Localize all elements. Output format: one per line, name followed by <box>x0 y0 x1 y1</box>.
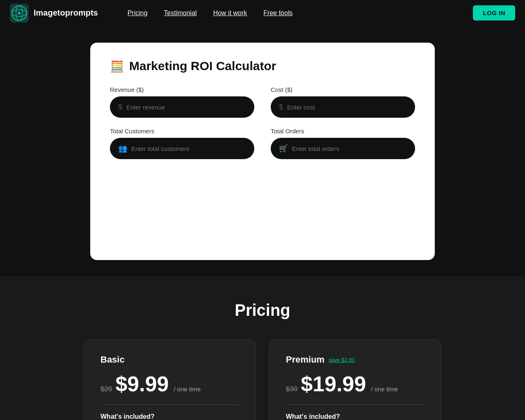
calculator-title: 🧮 Marketing ROI Calculator <box>110 59 415 73</box>
premium-current-price: $19.99 <box>301 372 366 396</box>
premium-whats-included: What's included? <box>286 413 340 420</box>
orders-input[interactable] <box>292 145 407 152</box>
logo-icon <box>10 4 29 23</box>
basic-price-row: $20 $9.99 / one time <box>100 372 239 396</box>
premium-plan-label: Premium <box>286 354 324 365</box>
customers-input[interactable] <box>131 145 246 152</box>
calculator-title-text: Marketing ROI Calculator <box>129 59 276 73</box>
basic-divider <box>100 404 239 405</box>
cost-input[interactable] <box>287 104 407 111</box>
pricing-cards: Basic $20 $9.99 / one time What's includ… <box>8 339 517 420</box>
premium-original-price: $30 <box>286 385 297 393</box>
pricing-title: Pricing <box>8 301 517 320</box>
cost-label: Cost ($) <box>271 86 415 93</box>
pricing-section: Pricing Basic $20 $9.99 / one time What'… <box>0 276 525 420</box>
pricing-card-basic: Basic $20 $9.99 / one time What's includ… <box>84 339 256 420</box>
nav-link-testimonial[interactable]: Testimonial <box>164 9 197 17</box>
dollar-icon-cost: $ <box>279 103 283 112</box>
basic-original-price: $20 <box>100 385 112 393</box>
premium-divider <box>286 404 425 405</box>
cost-input-wrapper: $ <box>271 96 415 118</box>
cost-field: Cost ($) $ <box>271 86 415 118</box>
premium-save-badge: save $2.00 <box>329 357 355 363</box>
customers-input-wrapper: 👥 <box>110 138 254 159</box>
basic-plan-label: Basic <box>100 354 125 365</box>
basic-price-period: / one time <box>174 386 201 393</box>
login-button[interactable]: LOG IN <box>473 5 515 21</box>
premium-price-row: $30 $19.99 / one time <box>286 372 425 396</box>
revenue-input-wrapper: $ <box>110 96 254 118</box>
nav-link-how-it-work[interactable]: How it work <box>213 9 247 17</box>
premium-price-period: / one time <box>371 386 398 393</box>
cart-icon: 🛒 <box>279 144 288 153</box>
calculator-grid: Revenue ($) $ Cost ($) $ Total Customers… <box>110 86 415 159</box>
basic-plan-name: Basic <box>100 354 239 365</box>
customers-label: Total Customers <box>110 128 254 135</box>
orders-label: Total Orders <box>271 128 415 135</box>
customers-field: Total Customers 👥 <box>110 128 254 159</box>
navbar-left: Imagetoprompts Pricing Testimonial How i… <box>10 4 292 23</box>
pricing-card-premium: Premium save $2.00 $30 $19.99 / one time… <box>269 339 441 420</box>
dollar-icon-revenue: $ <box>118 103 122 112</box>
navbar: Imagetoprompts Pricing Testimonial How i… <box>0 0 525 26</box>
nav-link-pricing[interactable]: Pricing <box>128 9 148 17</box>
revenue-input[interactable] <box>126 104 246 111</box>
brand-name: Imagetoprompts <box>34 8 98 18</box>
revenue-label: Revenue ($) <box>110 86 254 93</box>
calculator-section: 🧮 Marketing ROI Calculator Revenue ($) $… <box>0 26 525 276</box>
people-icon: 👥 <box>118 144 127 153</box>
nav-links: Pricing Testimonial How it work Free too… <box>128 9 293 17</box>
basic-whats-included: What's included? <box>100 413 155 420</box>
revenue-field: Revenue ($) $ <box>110 86 254 118</box>
svg-point-3 <box>18 12 21 14</box>
nav-link-free-tools[interactable]: Free tools <box>263 9 292 17</box>
basic-current-price: $9.99 <box>115 372 169 396</box>
premium-plan-name: Premium save $2.00 <box>286 354 425 365</box>
orders-input-wrapper: 🛒 <box>271 138 415 159</box>
calculator-card: 🧮 Marketing ROI Calculator Revenue ($) $… <box>90 43 435 260</box>
calculator-icon: 🧮 <box>110 59 124 73</box>
orders-field: Total Orders 🛒 <box>271 128 415 159</box>
